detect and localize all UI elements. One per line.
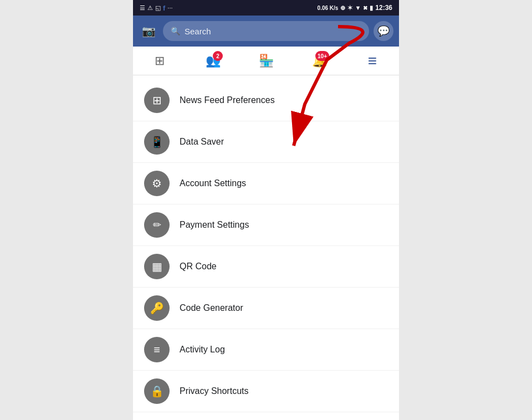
status-bar: ☰ ⚠ ◱ f ··· 0.06 K/s ⊕ ✶ ▼ ✖ ▮ 12:36 — [133, 0, 399, 16]
camera-button[interactable]: 📷 — [139, 21, 158, 41]
menu-item-activity-log[interactable]: ≡ Activity Log — [133, 329, 399, 371]
tab-friends[interactable]: 👥 2 — [186, 47, 239, 75]
menu-item-account-settings[interactable]: ⚙ Account Settings — [133, 163, 399, 204]
code-generator-icon-wrap: 🔑 — [144, 295, 170, 321]
menu-status-icon: ☰ — [140, 4, 145, 12]
tab-home[interactable]: ⊞ — [133, 47, 186, 75]
code-generator-label: Code Generator — [180, 303, 243, 313]
payment-settings-icon-wrap: ✏ — [144, 212, 170, 238]
dots-status-icon: ··· — [167, 4, 172, 11]
privacy-shortcuts-label: Privacy Shortcuts — [180, 386, 248, 396]
news-feed-icon: ⊞ — [152, 94, 162, 107]
warning-status-icon: ⚠ — [147, 4, 153, 12]
news-feed-icon-wrap: ⊞ — [144, 88, 170, 113]
data-saver-label: Data Saver — [180, 137, 224, 147]
menu-item-data-saver[interactable]: 📱 Data Saver — [133, 121, 399, 163]
activity-log-icon: ≡ — [154, 344, 160, 356]
activity-log-icon-wrap: ≡ — [144, 337, 170, 362]
account-settings-icon-wrap: ⚙ — [144, 171, 170, 196]
data-saver-icon: 📱 — [150, 135, 164, 148]
hamburger-icon: ≡ — [368, 52, 377, 70]
account-settings-icon: ⚙ — [152, 177, 162, 190]
wifi-icon: ▼ — [355, 4, 361, 11]
menu-item-payment-settings[interactable]: ✏ Payment Settings — [133, 204, 399, 246]
tab-notifications[interactable]: 🔔 10+ — [293, 47, 346, 75]
camera-icon: 📷 — [142, 24, 156, 38]
data-speed: 0.06 K/s — [318, 5, 339, 11]
nav-tabs: ⊞ 👥 2 🏪 🔔 10+ ≡ — [133, 47, 399, 75]
menu-content: ⊞ News Feed Preferences 📱 Data Saver ⚙ A… — [133, 75, 399, 420]
menu-item-news-feed[interactable]: ⊞ News Feed Preferences — [133, 80, 399, 121]
status-right-info: 0.06 K/s ⊕ ✶ ▼ ✖ ▮ 12:36 — [318, 4, 392, 12]
friends-badge: 2 — [213, 51, 223, 61]
tab-marketplace[interactable]: 🏪 — [239, 47, 293, 75]
signal-icon: ✖ — [363, 5, 367, 11]
time-display: 12:36 — [375, 4, 392, 12]
search-bar[interactable]: 🔍 Search — [163, 21, 369, 41]
search-placeholder: Search — [185, 27, 211, 36]
qr-code-label: QR Code — [180, 262, 217, 272]
messenger-button[interactable]: 💬 — [374, 21, 393, 41]
bluetooth-icon: ✶ — [347, 4, 352, 12]
activity-log-label: Activity Log — [180, 345, 225, 355]
payment-settings-icon: ✏ — [153, 219, 161, 231]
fb-status-icon: f — [163, 4, 165, 12]
account-settings-label: Account Settings — [180, 178, 246, 188]
privacy-shortcuts-icon: 🔒 — [150, 385, 164, 398]
facebook-header: 📷 🔍 Search 💬 — [133, 16, 399, 47]
tab-menu[interactable]: ≡ — [346, 47, 399, 75]
battery-icon: ▮ — [370, 4, 373, 12]
menu-item-code-generator[interactable]: 🔑 Code Generator — [133, 288, 399, 329]
news-feed-label: News Feed Preferences — [180, 95, 275, 105]
menu-item-help-center[interactable]: ? Help Center — [133, 412, 399, 420]
notifications-badge: 10+ — [315, 51, 329, 61]
privacy-shortcuts-icon-wrap: 🔒 — [144, 378, 170, 404]
data-saver-icon-wrap: 📱 — [144, 129, 170, 155]
messenger-icon: 💬 — [377, 25, 390, 37]
menu-item-privacy-shortcuts[interactable]: 🔒 Privacy Shortcuts — [133, 371, 399, 412]
code-generator-icon: 🔑 — [150, 301, 164, 315]
marketplace-icon: 🏪 — [259, 54, 274, 68]
menu-item-qr-code[interactable]: ▦ QR Code — [133, 246, 399, 288]
qr-code-icon-wrap: ▦ — [144, 254, 170, 279]
screenshot-status-icon: ◱ — [155, 4, 161, 12]
network-icon: ⊕ — [340, 4, 345, 12]
home-icon: ⊞ — [155, 54, 165, 68]
search-icon: 🔍 — [171, 27, 180, 35]
payment-settings-label: Payment Settings — [180, 220, 249, 230]
qr-code-icon: ▦ — [152, 260, 162, 273]
status-left-icons: ☰ ⚠ ◱ f ··· — [140, 4, 173, 12]
